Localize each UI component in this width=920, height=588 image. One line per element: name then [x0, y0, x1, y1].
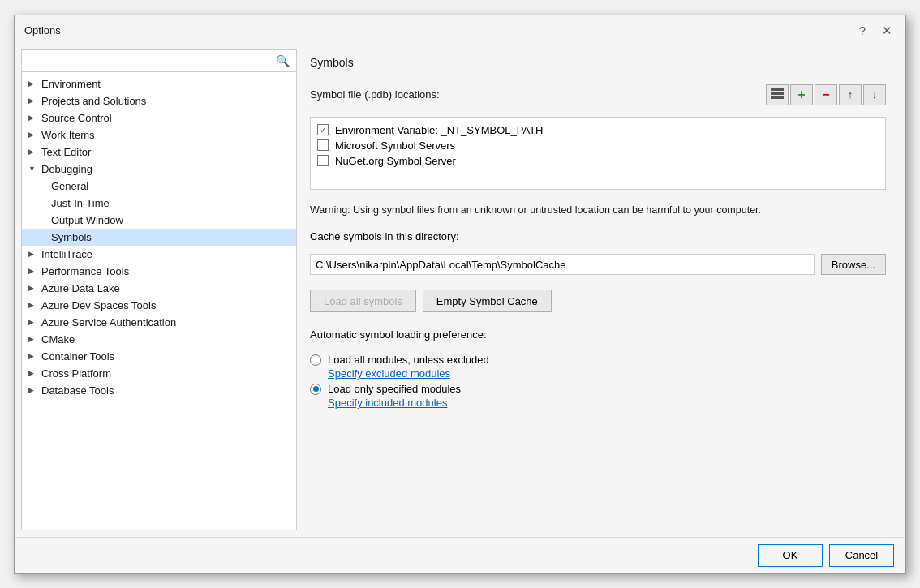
move-up-button[interactable]: ↑: [839, 84, 862, 105]
specify-excluded-link[interactable]: Specify excluded modules: [328, 367, 886, 380]
list-view-icon: [771, 88, 784, 101]
toolbar-buttons: + − ↑ ↓: [766, 84, 886, 105]
specify-included-link[interactable]: Specify included modules: [328, 397, 886, 409]
tree-item-label: Azure Dev Spaces Tools: [41, 299, 156, 311]
radio-load-only[interactable]: [310, 384, 321, 395]
tree-item-azure-data-lake[interactable]: ▶ Azure Data Lake: [22, 280, 296, 297]
tree-item-debugging[interactable]: ▼ Debugging: [22, 161, 296, 178]
tree-item-label: Database Tools: [41, 384, 114, 397]
list-view-button[interactable]: [766, 84, 789, 105]
help-button[interactable]: ?: [853, 22, 871, 40]
load-all-symbols-button[interactable]: Load all symbols: [310, 290, 416, 312]
expand-arrow: ▶: [28, 97, 38, 105]
tree-item-label: Work Items: [41, 129, 95, 141]
ok-button[interactable]: OK: [758, 544, 823, 567]
search-input[interactable]: [25, 53, 273, 68]
dialog-footer: OK Cancel: [15, 537, 905, 573]
pdb-item-label-1: Environment Variable: _NT_SYMBOL_PATH: [335, 124, 544, 136]
tree-item-label: Container Tools: [41, 350, 114, 363]
tree-item-text-editor[interactable]: ▶ Text Editor: [22, 144, 296, 161]
tree-item-source-control[interactable]: ▶ Source Control: [22, 109, 296, 127]
expand-arrow: ▶: [28, 352, 38, 360]
svg-rect-5: [776, 96, 784, 99]
tree-item-intellitrace[interactable]: ▶ IntelliTrace: [22, 246, 296, 263]
tree-item-performance-tools[interactable]: ▶ Performance Tools: [22, 263, 296, 280]
cache-path-input[interactable]: [310, 254, 815, 275]
action-buttons-row: Load all symbols Empty Symbol Cache: [310, 290, 886, 312]
expand-arrow: ▶: [28, 131, 38, 139]
tree-item-label: Text Editor: [41, 146, 91, 158]
remove-button[interactable]: −: [815, 84, 837, 105]
tree-item-label: Performance Tools: [41, 265, 129, 277]
tree-item-symbols[interactable]: Symbols: [22, 229, 296, 246]
tree-item-label: Cross Platform: [41, 367, 111, 380]
tree-item-label: Debugging: [41, 163, 92, 175]
tree-item-cross-platform[interactable]: ▶ Cross Platform: [22, 365, 296, 382]
browse-button[interactable]: Browse...: [821, 254, 886, 275]
expand-arrow: ▶: [28, 148, 38, 156]
cache-row: Browse...: [310, 254, 886, 275]
tree-item-work-items[interactable]: ▶ Work Items: [22, 127, 296, 144]
pdb-item-label-2: Microsoft Symbol Servers: [335, 139, 455, 152]
search-bar: 🔍: [22, 50, 296, 72]
radio-group: Load all modules, unless excluded Specif…: [310, 354, 886, 409]
tree-item-label: Azure Service Authentication: [41, 316, 176, 328]
tree-item-label: Azure Data Lake: [41, 282, 120, 294]
tree-item-label: Source Control: [41, 112, 112, 124]
tree-item-general[interactable]: General: [22, 178, 296, 195]
expand-arrow: ▶: [28, 267, 38, 275]
radio-load-all[interactable]: [310, 354, 321, 366]
tree-item-label: Symbols: [51, 231, 92, 243]
add-button[interactable]: +: [790, 84, 813, 105]
search-icon-button[interactable]: 🔍: [273, 53, 293, 69]
pdb-list-item-3: NuGet.org Symbol Server: [317, 153, 879, 169]
svg-rect-3: [776, 92, 784, 95]
empty-cache-button[interactable]: Empty Symbol Cache: [423, 290, 552, 312]
tree-item-label: CMake: [41, 333, 75, 346]
svg-rect-1: [776, 88, 784, 91]
tree-item-database-tools[interactable]: ▶ Database Tools: [22, 382, 296, 399]
move-down-button[interactable]: ↓: [863, 84, 886, 105]
tree-item-environment[interactable]: ▶ Environment: [22, 75, 296, 92]
expand-arrow: ▶: [28, 250, 38, 258]
pdb-list-item-2: Microsoft Symbol Servers: [317, 138, 879, 153]
pdb-checkbox-1[interactable]: [317, 124, 329, 135]
svg-rect-4: [771, 96, 776, 99]
radio-load-only-label: Load only specified modules: [328, 383, 461, 395]
expand-arrow: ▶: [28, 284, 38, 292]
expand-arrow: ▶: [28, 335, 38, 343]
tree-item-container-tools[interactable]: ▶ Container Tools: [22, 348, 296, 365]
section-header: Symbols: [310, 56, 886, 78]
pdb-checkbox-3[interactable]: [317, 155, 329, 166]
title-actions: ? ✕: [853, 22, 896, 40]
options-dialog: Options ? ✕ 🔍 ▶ Environment: [14, 15, 906, 574]
cache-directory-label: Cache symbols in this directory:: [310, 230, 886, 242]
tree-item-output-window[interactable]: Output Window: [22, 212, 296, 229]
tree-container[interactable]: ▶ Environment ▶ Projects and Solutions ▶…: [22, 72, 296, 530]
pdb-checkbox-2[interactable]: [317, 139, 329, 151]
tree-item-label: Just-In-Time: [51, 197, 110, 209]
cancel-button[interactable]: Cancel: [829, 544, 894, 567]
close-button[interactable]: ✕: [878, 22, 896, 40]
tree-item-azure-dev-spaces[interactable]: ▶ Azure Dev Spaces Tools: [22, 297, 296, 314]
auto-load-label: Automatic symbol loading preference:: [310, 328, 886, 341]
pdb-list-item: Environment Variable: _NT_SYMBOL_PATH: [317, 122, 879, 138]
remove-icon: −: [822, 88, 829, 102]
up-arrow-icon: ↑: [848, 88, 853, 101]
expand-arrow: ▼: [28, 165, 38, 173]
tree-item-azure-service-auth[interactable]: ▶ Azure Service Authentication: [22, 314, 296, 331]
title-bar: Options ? ✕: [15, 15, 905, 43]
down-arrow-icon: ↓: [872, 88, 878, 101]
tree-item-label: Environment: [41, 78, 101, 90]
section-divider: [310, 71, 886, 71]
tree-item-projects-solutions[interactable]: ▶ Projects and Solutions: [22, 92, 296, 109]
tree-item-label: Output Window: [51, 214, 123, 226]
tree-item-label: General: [51, 180, 88, 192]
tree-item-just-in-time[interactable]: Just-In-Time: [22, 195, 296, 212]
warning-message: Warning: Using symbol files from an unkn…: [310, 204, 761, 216]
radio-item-load-only: Load only specified modules Specify incl…: [310, 383, 886, 409]
expand-arrow: ▶: [28, 114, 38, 122]
tree-item-label: Projects and Solutions: [41, 95, 146, 107]
dialog-content: 🔍 ▶ Environment ▶ Projects and Solutions…: [15, 43, 905, 537]
tree-item-cmake[interactable]: ▶ CMake: [22, 331, 296, 348]
